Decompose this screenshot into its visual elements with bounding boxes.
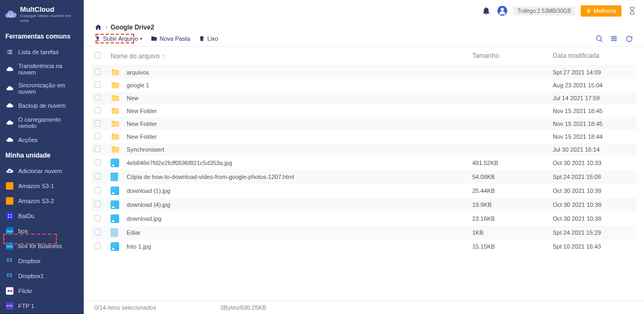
chevron-down-icon: ▾ [140,36,142,41]
file-date: Oct 30 2021 10:38 [553,188,633,194]
sidebar-tool-backup-de-nuvem[interactable]: Backup de nuvem [0,98,84,113]
row-checkbox[interactable] [94,146,101,152]
row-checkbox[interactable] [94,120,101,126]
row-checkbox[interactable] [94,107,101,114]
table-row[interactable]: SynchronisiertJul 30 2021 16:14 [91,143,636,156]
svg-point-10 [501,8,504,11]
sidebar-drive-amazon-s3-2[interactable]: Amazon S3-2 [0,193,84,208]
table-row[interactable]: New FolderNov 15 2021 18:45 [91,104,636,117]
row-checkbox[interactable] [94,159,101,166]
table-row[interactable]: Ediar1KBSpt 24 2021 15:29 [91,226,636,240]
file-date: Oct 30 2021 10:38 [553,215,633,222]
file-date: Jul 30 2021 16:14 [553,146,633,153]
table-row[interactable]: arquivosSpt 27 2021 14:09 [91,66,636,79]
file-type-icon [111,242,127,251]
file-type-icon [111,146,127,153]
svg-point-0 [8,14,9,16]
row-checkbox[interactable] [94,187,101,193]
file-type-icon [111,228,127,237]
file-size: 25.44KB [472,188,553,194]
sidebar-drive-dropbox[interactable]: Dropbox [0,253,84,268]
sidebar-drive-amazon-s3-1[interactable]: Amazon S3-1 [0,178,84,193]
upgrade-button[interactable]: ♛ Melhoria [581,5,621,17]
bell-icon[interactable] [481,5,492,16]
column-name-header[interactable]: Nome do arquivo ↑ [111,52,472,60]
file-name: New [127,95,472,101]
file-name: New Folder [127,108,472,114]
row-checkbox[interactable] [94,229,101,235]
sort-arrow-icon: ↑ [162,53,164,59]
sidebar-tool-sincronização-em-nuvem[interactable]: Sincronização em nuvem [0,79,84,98]
file-name: Synchronisiert [127,146,472,153]
sidebar-tool-transferência-na-nuvem[interactable]: Transferência na nuvem [0,59,84,79]
user-icon[interactable] [497,5,508,16]
main-content: Tráfego:2.53MB/30GB ♛ Melhoria › Google … [84,0,644,314]
sidebar-drive-adicionar-nuvem[interactable]: Adicionar nuvem [0,163,84,178]
sidebar-tool-acções[interactable]: Acções [0,132,84,147]
column-date-header[interactable]: Data modificada [553,52,633,60]
sidebar-drive-ftp-1[interactable]: FTPFTP 1 [0,298,84,313]
nav-label: FTP 1 [18,303,34,309]
sidebar-drive-flickr[interactable]: Flickr [0,283,84,298]
grid-view-icon[interactable] [610,34,618,43]
row-checkbox[interactable] [94,133,101,139]
sidebar-tool-lista-de-tarefas[interactable]: Lista de tarefas [0,44,84,59]
table-row[interactable]: 4eb848e7fd2e2fcff0596f821c5d353a.jpg491.… [91,156,636,170]
section-tools-header: Ferramentas comuns [0,28,84,44]
file-type-icon [111,200,127,209]
sidebar-tool-o-carregamento-remoto[interactable]: O carregamento remoto [0,113,84,132]
upload-button[interactable]: Subir Arquivo ▾ [94,35,142,42]
breadcrumb-current[interactable]: Google Drive2 [111,24,154,31]
logo-icon [4,8,17,21]
file-date: Spt 10 2021 16:43 [553,243,633,250]
hourglass-icon[interactable] [627,5,638,16]
nav-label: Dropbox1 [18,273,44,279]
table-row[interactable]: download.jpg23.16KBOct 30 2021 10:38 [91,212,636,226]
row-checkbox[interactable] [94,81,101,88]
row-checkbox[interactable] [94,69,101,75]
row-checkbox[interactable] [94,215,101,221]
sidebar-drive-baidu[interactable]: BaiDu [0,208,84,223]
file-date: Nov 15 2021 18:44 [553,133,633,140]
nav-label: O carregamento remoto [18,116,78,129]
list-icon [5,48,14,56]
table-row[interactable]: google 1Aug 23 2021 15:04 [91,79,636,92]
table-row[interactable]: NewJul 14 2021 17:59 [91,92,636,104]
table-row[interactable]: download (1).jpg25.44KBOct 30 2021 10:38 [91,184,636,198]
new-folder-button[interactable]: Nova Pasta [151,35,190,42]
svg-point-4 [10,214,11,215]
row-checkbox[interactable] [94,243,101,249]
status-bar: 0/14 itens selecionados 0Bytes/630.25KB [84,301,644,314]
box-icon: box [5,242,14,250]
select-all-checkbox[interactable] [94,52,101,58]
file-size: 54.08KB [472,174,553,180]
breadcrumb: › Google Drive2 [84,21,644,33]
column-size-header[interactable]: Tamanho [472,52,553,60]
selection-status: 0/14 itens selecionados [94,304,156,311]
file-name: download (1).jpg [127,188,472,194]
search-icon[interactable] [595,34,603,43]
row-checkbox[interactable] [94,201,101,207]
sidebar-drive-box[interactable]: boxbox [0,223,84,238]
cloud-add-icon [5,167,14,175]
table-row[interactable]: Cópia de how-to-download-video-from-goog… [91,170,636,184]
dropbox-icon [5,272,14,280]
table-row[interactable]: New FolderNov 15 2021 18:45 [91,117,636,130]
sidebar-drive-box-for-business[interactable]: boxbox for Business [0,238,84,253]
nav-label: Flickr [18,288,32,294]
nav-label: Sincronização em nuvem [18,82,78,95]
sidebar-drive-dropbox1[interactable]: Dropbox1 [0,268,84,283]
refresh-icon[interactable] [625,34,633,43]
table-row[interactable]: download (4).jpg19.9KBOct 30 2021 10:38 [91,198,636,212]
file-size: 15.15KB [472,243,553,250]
nav-label: box [18,228,28,234]
table-row[interactable]: foto 1.jpg15.15KBSpt 10 2021 16:43 [91,240,636,253]
home-icon[interactable] [94,24,102,31]
file-name: Ediar [127,229,472,236]
row-checkbox[interactable] [94,173,101,180]
file-date: Oct 30 2021 10:33 [553,160,633,166]
row-checkbox[interactable] [94,94,101,101]
logo: MultCloud Coloque várias nuvens em uma [0,0,84,28]
trash-button[interactable]: Lixo [199,35,218,42]
table-row[interactable]: New FolderNov 15 2021 18:44 [91,130,636,143]
